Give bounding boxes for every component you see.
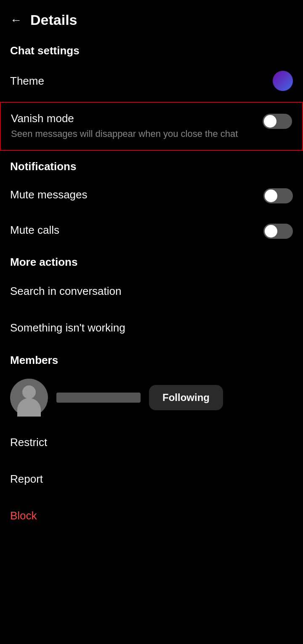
mute-calls-toggle[interactable] [263,224,293,239]
something-isnt-working-row[interactable]: Something isn't working [0,310,303,346]
avatar-head [22,385,36,399]
members-label: Members [0,346,303,371]
mute-messages-row[interactable]: Mute messages [0,177,303,213]
block-label: Block [10,509,37,522]
something-isnt-working-label: Something isn't working [10,321,125,334]
avatar[interactable] [10,379,48,417]
header: ← Details [0,0,303,37]
notifications-label: Notifications [0,152,303,177]
page-title: Details [30,12,77,28]
vanish-mode-row[interactable]: Vanish mode Seen messages will disappear… [0,102,303,151]
avatar-circle [10,379,48,417]
vanish-mode-subtitle: Seen messages will disappear when you cl… [11,128,256,141]
mute-calls-toggle-thumb [265,225,277,238]
member-row: Following [0,371,303,424]
block-row[interactable]: Block [0,497,303,534]
mute-messages-label: Mute messages [10,188,88,201]
report-row[interactable]: Report [0,461,303,497]
vanish-mode-toggle-track [263,114,292,129]
theme-label: Theme [10,75,44,88]
mute-calls-row[interactable]: Mute calls [0,213,303,248]
search-in-conversation-label: Search in conversation [10,285,121,297]
mute-calls-label: Mute calls [10,224,59,237]
vanish-mode-text-container: Vanish mode Seen messages will disappear… [11,112,256,141]
report-label: Report [10,473,43,485]
theme-row[interactable]: Theme [0,61,303,100]
search-in-conversation-row[interactable]: Search in conversation [0,273,303,310]
vanish-mode-title: Vanish mode [11,112,256,125]
chat-settings-label: Chat settings [0,37,303,61]
vanish-mode-toggle[interactable] [263,114,292,129]
mute-messages-toggle[interactable] [263,188,293,203]
following-button[interactable]: Following [149,385,223,410]
back-button[interactable]: ← [10,14,22,26]
mute-calls-toggle-track [263,224,293,239]
more-actions-label: More actions [0,248,303,273]
theme-color-dot [273,71,293,91]
vanish-mode-toggle-thumb [264,115,276,128]
restrict-label: Restrict [10,436,47,449]
avatar-body [17,398,41,417]
mute-messages-toggle-track [263,188,293,203]
member-name-placeholder [56,393,141,403]
restrict-row[interactable]: Restrict [0,424,303,461]
mute-messages-toggle-thumb [265,190,277,202]
